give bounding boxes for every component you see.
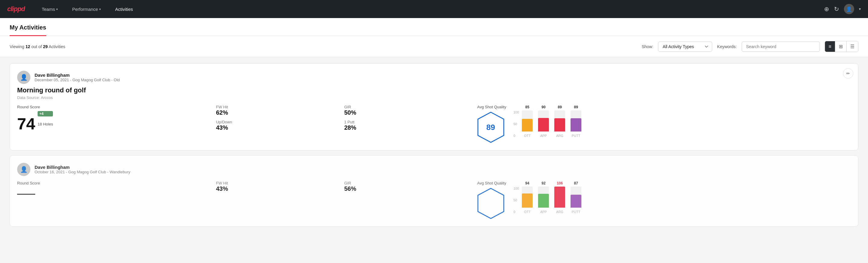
bar-arg-label: ARG: [556, 134, 563, 138]
hexagon-icon-2: [477, 188, 504, 219]
chart-wrapper: 100 50 0 85 OTT: [514, 111, 851, 138]
y-label-50-2: 50: [514, 198, 519, 202]
bar-arg-fill-2: [554, 186, 565, 208]
edit-button[interactable]: ✏: [843, 68, 853, 79]
avatar-2: 👤: [17, 163, 30, 176]
user-avatar[interactable]: 👤: [844, 4, 854, 14]
logo[interactable]: clippd: [7, 5, 25, 13]
stat-value-updown: 43%: [216, 124, 337, 131]
nav-label-teams: Teams: [42, 7, 55, 12]
bar-arg-track-2: [554, 186, 565, 208]
bar-putt-label: PUTT: [572, 134, 581, 138]
svg-marker-1: [478, 188, 504, 218]
y-label-100: 100: [514, 111, 519, 114]
stat-value-gir: 50%: [344, 109, 465, 116]
activity-type-select[interactable]: All Activity Types: [658, 41, 712, 52]
view-compact-button[interactable]: ≡: [825, 41, 835, 52]
shot-quality-section-2: Avg Shot Quality 100 50: [477, 181, 851, 219]
bar-ott-label: OTT: [524, 134, 531, 138]
bar-app-label: APP: [540, 134, 547, 138]
score-value: 74: [17, 116, 35, 132]
bar-app-2: 92 APP: [538, 181, 549, 214]
score-section: Round Score 74 +4 18 Holes: [17, 105, 204, 132]
bar-putt-2: 87 PUTT: [570, 181, 581, 214]
bar-putt-value-2: 87: [574, 181, 578, 185]
card-user-info-2: Dave Billingham October 16, 2021 - Gog M…: [35, 165, 130, 174]
activity-card-2: 👤 Dave Billingham October 16, 2021 - Gog…: [10, 155, 858, 227]
chart-area: 100 50 0 85 OTT: [514, 111, 851, 138]
avatar: 👤: [17, 71, 30, 84]
hexagon-container-2: [477, 188, 504, 219]
view-list-button[interactable]: ☰: [847, 41, 858, 52]
shot-quality-info-2: Avg Shot Quality: [477, 181, 506, 219]
card-source: Data Source: Arccos: [17, 95, 851, 100]
hexagon-container: 89: [477, 112, 504, 143]
stat-value-fw-hit: 62%: [216, 109, 337, 116]
bar-ott-value: 85: [525, 105, 529, 109]
bar-app-track-2: [538, 186, 549, 208]
score-details: +4 18 Holes: [38, 111, 53, 132]
stats-section: FW Hit 62% GIR 50% Up/Down 43% 1 Putt 28…: [216, 105, 465, 131]
hex-score: 89: [486, 123, 495, 132]
nav-item-performance[interactable]: Performance ▾: [70, 5, 103, 13]
chart-area-2: 100 50 0 94 OTT: [514, 186, 851, 214]
bar-ott-label-2: OTT: [524, 210, 531, 214]
user-date: December 05, 2021 - Gog Magog Golf Club …: [35, 78, 120, 82]
score-holes: 18 Holes: [38, 122, 53, 126]
bar-arg: 89 ARG: [554, 105, 565, 138]
chart-wrapper-2: 100 50 0 94 OTT: [514, 186, 851, 214]
show-label: Show:: [642, 44, 653, 49]
avatar-person-icon-2: 👤: [20, 166, 28, 173]
viewing-info: Viewing 12 out of 29 Activities: [10, 44, 637, 49]
bar-ott-fill-2: [522, 194, 533, 207]
score-value-row: 74 +4 18 Holes: [17, 111, 204, 132]
add-icon[interactable]: ⊕: [824, 5, 829, 12]
user-date-2: October 16, 2021 - Gog Magog Golf Club -…: [35, 170, 130, 174]
chart-bars: 100 50 0 85 OTT: [514, 111, 851, 138]
nav-label-performance: Performance: [72, 7, 98, 12]
activity-card: ✏ 👤 Dave Billingham December 05, 2021 - …: [10, 63, 858, 150]
stat-label-updown: Up/Down: [216, 120, 337, 124]
avg-shot-quality-label-2: Avg Shot Quality: [477, 181, 506, 185]
bar-arg-value-2: 106: [557, 181, 563, 185]
nav-item-activities[interactable]: Activities: [113, 5, 135, 13]
bar-ott-fill: [522, 119, 533, 132]
card-user-info: Dave Billingham December 05, 2021 - Gog …: [35, 72, 120, 82]
refresh-icon[interactable]: ↻: [834, 5, 839, 12]
stat-label-gir-2: GIR: [344, 181, 465, 185]
viewing-total: 29: [43, 44, 48, 49]
shot-quality-section: Avg Shot Quality 89 100 50: [477, 105, 851, 143]
stat-gir: GIR 50%: [344, 105, 465, 116]
bar-putt: 89 PUTT: [570, 105, 581, 138]
bar-putt-fill-2: [570, 195, 581, 208]
keyword-search-input[interactable]: [742, 41, 820, 52]
bar-arg-fill: [554, 118, 565, 132]
stat-label-1putt: 1 Putt: [344, 120, 465, 124]
card-header: 👤 Dave Billingham December 05, 2021 - Go…: [17, 71, 851, 84]
stats-section-2: FW Hit 43% GIR 56%: [216, 181, 465, 192]
score-badge: +4: [38, 111, 53, 116]
page-header: My Activities: [0, 18, 868, 36]
stat-value-gir-2: 56%: [344, 185, 465, 192]
bar-arg-track: [554, 111, 565, 132]
stat-1putt: 1 Putt 28%: [344, 120, 465, 131]
nav-item-teams[interactable]: Teams ▾: [39, 5, 60, 13]
bar-app-value: 90: [541, 105, 545, 109]
y-axis-2: 100 50 0: [514, 186, 519, 214]
bar-app-fill: [538, 118, 549, 131]
nav-label-activities: Activities: [115, 7, 133, 12]
user-menu-chevron[interactable]: ▾: [859, 7, 861, 11]
view-grid-button[interactable]: ⊞: [835, 41, 847, 52]
bar-app-value-2: 92: [541, 181, 545, 185]
bar-app: 90 APP: [538, 105, 549, 138]
stat-value-1putt: 28%: [344, 124, 465, 131]
view-toggle: ≡ ⊞ ☰: [825, 41, 858, 52]
score-section-2: Round Score: [17, 181, 204, 195]
card-title: Morning round of golf: [17, 86, 851, 94]
y-label-100-2: 100: [514, 186, 519, 190]
round-score-label: Round Score: [17, 105, 204, 109]
page-title: My Activities: [10, 18, 46, 36]
y-axis: 100 50 0: [514, 111, 519, 138]
navbar: clippd Teams ▾ Performance ▾ Activities …: [0, 0, 868, 18]
stat-fw-hit-2: FW Hit 43%: [216, 181, 337, 192]
